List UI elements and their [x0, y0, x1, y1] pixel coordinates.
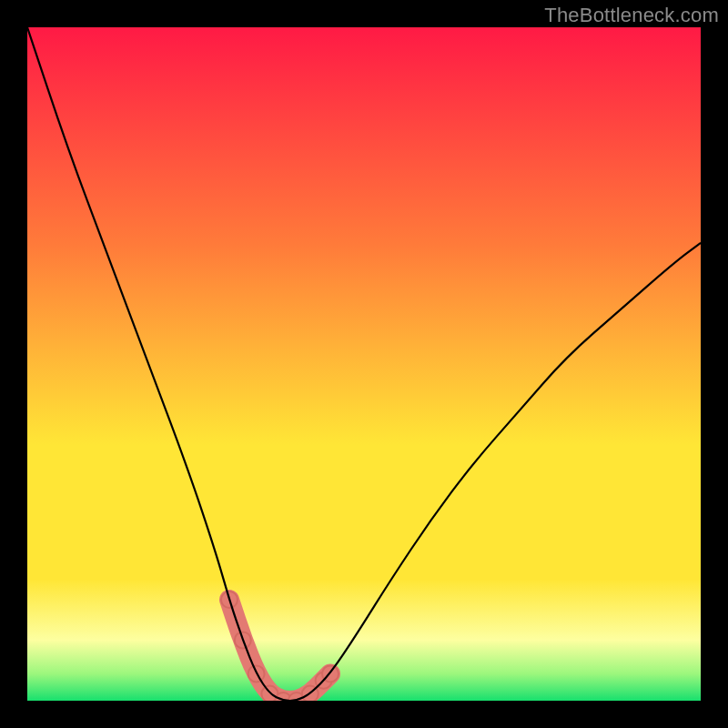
bottleneck-curve — [27, 27, 701, 701]
marker-band — [229, 600, 330, 701]
outer-frame: TheBottleneck.com — [0, 0, 728, 728]
chart-svg — [27, 27, 701, 701]
plot-area — [27, 27, 701, 701]
watermark-text: TheBottleneck.com — [544, 4, 719, 27]
